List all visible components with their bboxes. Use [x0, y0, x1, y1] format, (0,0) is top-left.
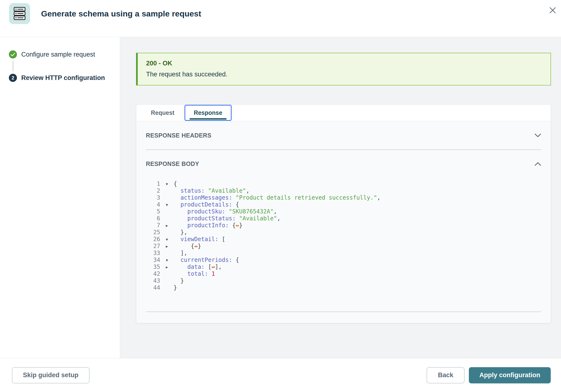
fold-toggle-icon — [160, 277, 173, 284]
code-text: }, — [173, 229, 187, 236]
code-token: currentPeriods: — [173, 257, 236, 263]
code-text: productInfo: {↔} — [173, 222, 243, 229]
code-text: ], — [173, 250, 187, 257]
step-label: Configure sample request — [21, 51, 95, 58]
back-button[interactable]: Back — [427, 367, 464, 383]
code-token: status: — [173, 187, 208, 194]
fold-toggle-icon[interactable]: ▸ — [160, 243, 173, 250]
fold-toggle-icon[interactable]: ▾ — [160, 201, 173, 208]
code-text: productDetails: { — [173, 201, 239, 208]
code-line: 1 ▾ { — [146, 181, 541, 187]
code-token: [ — [208, 263, 212, 270]
chevron-up-icon[interactable] — [535, 162, 541, 166]
active-tab-underline — [190, 118, 227, 120]
line-number: 3 — [146, 194, 160, 201]
code-token: { — [173, 243, 194, 250]
tab-response[interactable]: Response — [184, 105, 232, 121]
fold-toggle-icon[interactable]: ▸ — [160, 222, 173, 229]
code-token: } — [198, 243, 201, 250]
code-token: , — [277, 215, 280, 222]
step-label: Review HTTP configuration — [21, 74, 105, 82]
fold-toggle-icon — [160, 229, 173, 236]
code-text: productSku: "SKU8765432A", — [173, 208, 277, 215]
code-line: 7 ▸ productInfo: {↔} — [146, 222, 541, 229]
apply-configuration-button[interactable]: Apply configuration — [469, 367, 551, 383]
line-number: 33 — [146, 250, 160, 257]
code-token: ↔ — [212, 263, 215, 270]
line-number: 2 — [146, 187, 160, 194]
code-token: ↔ — [194, 243, 198, 250]
code-text: { — [173, 181, 177, 187]
code-token: productStatus: — [173, 215, 239, 222]
code-token: "Available" — [208, 187, 246, 194]
fold-toggle-icon[interactable]: ▾ — [160, 236, 173, 243]
code-line: 34 ▾ currentPeriods: { — [146, 257, 541, 263]
fold-toggle-icon — [160, 284, 173, 291]
step-number-badge: 2 — [9, 74, 17, 82]
chevron-down-icon[interactable] — [535, 133, 541, 138]
line-number: 7 — [146, 222, 160, 229]
code-text: } — [173, 284, 177, 291]
line-number: 26 — [146, 236, 160, 243]
fold-toggle-icon[interactable]: ▾ — [160, 257, 173, 263]
code-line: 25 }, — [146, 229, 541, 236]
line-number: 42 — [146, 271, 160, 277]
code-token: }, — [173, 229, 187, 236]
close-icon — [549, 7, 556, 14]
code-line: 44 } — [146, 284, 541, 291]
line-number: 6 — [146, 215, 160, 222]
step-connector — [13, 61, 13, 71]
close-button[interactable] — [548, 6, 557, 15]
code-token: { — [173, 181, 177, 187]
tab-request[interactable]: Request — [144, 105, 181, 121]
code-text: viewDetail: [ — [173, 236, 225, 243]
code-token: 1 — [212, 271, 215, 277]
code-token: "SKU8765432A" — [229, 208, 274, 215]
progress-sidebar: Configure sample request 2 Review HTTP c… — [0, 37, 120, 358]
response-panel: RESPONSE HEADERS RESPONSE BODY — [136, 121, 551, 323]
dialog-header: Generate schema using a sample request — [0, 0, 561, 37]
code-token: viewDetail: — [173, 236, 222, 242]
code-text: {↔} — [173, 243, 201, 250]
line-number: 34 — [146, 257, 160, 263]
code-token: actionMessages: — [173, 194, 236, 201]
fold-toggle-icon — [160, 187, 173, 194]
fold-toggle-icon — [160, 208, 173, 215]
code-token: data: — [173, 263, 208, 270]
code-token: } — [173, 277, 184, 284]
code-line: 6 productStatus: "Available", — [146, 215, 541, 222]
code-line: 43 } — [146, 277, 541, 284]
code-line: 35 ▸ data: [↔], — [146, 263, 541, 271]
code-token: "Product details retrieved successfully.… — [236, 194, 377, 201]
step-configure-sample-request: Configure sample request — [0, 50, 120, 58]
line-number: 5 — [146, 208, 160, 215]
skip-guided-setup-button[interactable]: Skip guided setup — [12, 367, 89, 383]
code-token: , — [246, 187, 249, 194]
step-complete-icon — [9, 50, 17, 58]
fold-toggle-icon[interactable]: ▸ — [160, 263, 173, 271]
code-token: [ — [222, 236, 225, 242]
fold-toggle-icon — [160, 250, 173, 257]
code-text: productStatus: "Available", — [173, 215, 280, 222]
code-token: productInfo: — [173, 222, 232, 229]
code-text: actionMessages: "Product details retriev… — [173, 194, 380, 201]
response-body-section-toggle[interactable]: RESPONSE BODY — [146, 150, 541, 178]
response-headers-section-toggle[interactable]: RESPONSE HEADERS — [146, 121, 541, 150]
code-token: ], — [173, 250, 187, 256]
tab-response-label: Response — [194, 109, 222, 116]
http-config-card: Request Response RESPONSE HEADERS — [136, 104, 551, 323]
code-bottom-divider — [146, 312, 541, 312]
code-token: { — [236, 257, 239, 263]
code-text: status: "Available", — [173, 187, 249, 194]
tab-bar: Request Response — [136, 105, 551, 121]
fold-toggle-icon[interactable]: ▾ — [160, 181, 173, 187]
section-title: RESPONSE BODY — [146, 160, 199, 167]
code-token: } — [239, 222, 243, 229]
code-line: 33 ], — [146, 250, 541, 257]
code-token: { — [232, 222, 236, 229]
section-title: RESPONSE HEADERS — [146, 132, 212, 139]
success-banner: 200 - OK The request has succeeded. — [136, 53, 551, 86]
code-token: ↔ — [236, 222, 239, 229]
dialog-footer: Skip guided setup Back Apply configurati… — [0, 358, 561, 392]
code-text: data: [↔], — [173, 263, 222, 271]
